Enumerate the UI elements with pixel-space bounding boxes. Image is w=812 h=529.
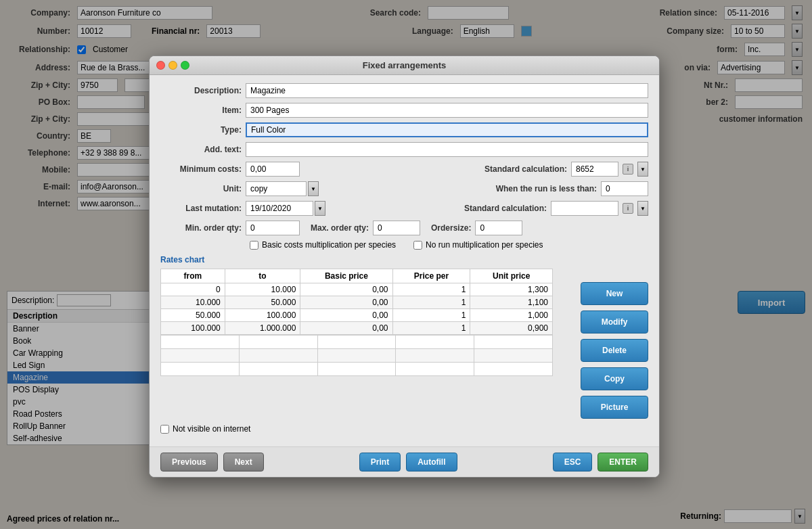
cell-unit-price: 1,000	[470, 309, 553, 322]
cell-from: 10.000	[161, 296, 225, 309]
standard-calc2-input[interactable]	[551, 201, 618, 216]
max-order-input[interactable]	[373, 221, 420, 235]
cell-price-per: 1	[392, 322, 470, 335]
rates-empty-table	[160, 335, 553, 376]
fixed-arrangements-modal: Fixed arrangements Description: Item: Ty…	[149, 55, 660, 478]
col-basic-price: Basic price	[300, 269, 392, 283]
last-mutation-wrapper: ▼	[246, 201, 325, 216]
rates-table-wrapper: from to Basic price Price per Unit price…	[160, 269, 574, 419]
description-field-input[interactable]	[246, 83, 648, 98]
cell-from: 50.000	[161, 309, 225, 322]
item-field-label: Item:	[160, 106, 242, 115]
print-button[interactable]: Print	[359, 453, 401, 472]
esc-button[interactable]: ESC	[553, 453, 593, 472]
last-mutation-input[interactable]	[246, 201, 313, 216]
last-mutation-dropdown[interactable]: ▼	[315, 201, 325, 216]
standard-calc2-info-btn[interactable]: i	[623, 203, 633, 214]
not-visible-checkbox[interactable]	[160, 425, 169, 434]
close-traffic-light[interactable]	[156, 61, 165, 70]
last-mutation-label: Last mutation:	[160, 204, 242, 213]
traffic-lights	[156, 61, 189, 70]
delete-button[interactable]: Delete	[581, 339, 648, 362]
type-field-label: Type:	[160, 125, 242, 135]
add-text-label: Add. text:	[160, 145, 242, 154]
cell-price-per: 1	[392, 283, 470, 296]
cell-basic-price: 0,00	[300, 296, 392, 309]
max-order-label: Max. order qty:	[311, 223, 369, 233]
add-text-input[interactable]	[246, 142, 648, 157]
picture-button[interactable]: Picture	[581, 396, 648, 419]
cell-to: 50.000	[225, 296, 300, 309]
standard-calc-dropdown[interactable]: ▼	[637, 162, 648, 177]
standard-calc2-label: Standard calculation:	[464, 204, 547, 213]
enter-button[interactable]: ENTER	[597, 453, 648, 472]
modal-body: Description: Item: Type: Add. text: Mini…	[150, 75, 659, 446]
min-costs-input[interactable]	[246, 162, 300, 177]
cell-basic-price: 0,00	[300, 322, 392, 335]
rates-row-1[interactable]: 10.000 50.000 0,00 1 1,100	[161, 296, 553, 309]
checkboxes-row: Basic costs multiplication per species N…	[160, 240, 648, 250]
cell-basic-price: 0,00	[300, 283, 392, 296]
ordersize-label: Ordersize:	[431, 223, 471, 233]
item-row: Item:	[160, 103, 648, 118]
cell-to: 1.000.000	[225, 322, 300, 335]
cell-from: 100.000	[161, 322, 225, 335]
modal-title: Fixed arrangements	[363, 60, 447, 70]
minimize-traffic-light[interactable]	[168, 61, 177, 70]
order-qty-row: Min. order qty: Max. order qty: Ordersiz…	[160, 221, 648, 235]
when-run-input[interactable]	[601, 181, 648, 196]
unit-select-wrapper: ▼	[246, 181, 319, 196]
rates-row-3[interactable]: 100.000 1.000.000 0,00 1 0,900	[161, 322, 553, 335]
type-field-input[interactable]	[246, 122, 648, 137]
ordersize-input[interactable]	[475, 221, 522, 235]
modal-titlebar: Fixed arrangements	[150, 56, 659, 75]
modify-button[interactable]: Modify	[581, 310, 648, 334]
rates-row-0[interactable]: 0 10.000 0,00 1 1,300	[161, 283, 553, 296]
standard-calc-info-btn[interactable]: i	[623, 164, 633, 175]
col-price-per: Price per	[392, 269, 470, 283]
cell-unit-price: 0,900	[470, 322, 553, 335]
no-run-checkbox[interactable]	[413, 241, 422, 250]
copy-button[interactable]: Copy	[581, 367, 648, 390]
cell-price-per: 1	[392, 309, 470, 322]
cell-from: 0	[161, 283, 225, 296]
unit-dropdown[interactable]: ▼	[308, 181, 319, 196]
cell-to: 10.000	[225, 283, 300, 296]
standard-calc-input[interactable]	[571, 162, 618, 177]
min-order-input[interactable]	[246, 221, 300, 235]
min-order-label: Min. order qty:	[160, 223, 242, 233]
basic-costs-label: Basic costs multiplication per species	[262, 240, 396, 250]
unit-label: Unit:	[160, 184, 242, 193]
not-visible-checkbox-group: Not visible on internet	[160, 424, 250, 434]
rates-layout: from to Basic price Price per Unit price…	[160, 269, 648, 419]
maximize-traffic-light[interactable]	[181, 61, 189, 70]
col-unit-price: Unit price	[470, 269, 553, 283]
when-run-label: When the run is less than:	[496, 184, 597, 193]
description-row: Description:	[160, 83, 648, 98]
not-visible-label: Not visible on internet	[173, 424, 250, 434]
basic-costs-checkbox[interactable]	[250, 241, 258, 250]
unit-input[interactable]	[246, 181, 307, 196]
basic-costs-checkbox-group: Basic costs multiplication per species	[250, 240, 396, 250]
standard-calc-label: Standard calculation:	[484, 164, 567, 174]
description-field-label: Description:	[160, 86, 242, 95]
rates-table: from to Basic price Price per Unit price…	[160, 269, 553, 335]
new-button[interactable]: New	[581, 282, 648, 305]
add-text-row: Add. text:	[160, 142, 648, 157]
rates-row-2[interactable]: 50.000 100.000 0,00 1 1,000	[161, 309, 553, 322]
no-run-label: No run multiplication per species	[426, 240, 543, 250]
previous-button[interactable]: Previous	[160, 453, 218, 472]
autofill-button[interactable]: Autofill	[406, 453, 457, 472]
col-to: to	[225, 269, 300, 283]
unit-row: Unit: ▼ When the run is less than:	[160, 181, 648, 196]
not-visible-row: Not visible on internet	[160, 424, 648, 434]
item-field-input[interactable]	[246, 103, 648, 118]
modal-footer: Previous Next Print Autofill ESC ENTER	[150, 446, 659, 477]
next-button[interactable]: Next	[223, 453, 264, 472]
min-costs-label: Minimum costs:	[160, 164, 242, 174]
rates-section: Rates chart from to Basic price Price pe…	[160, 255, 648, 419]
cell-unit-price: 1,100	[470, 296, 553, 309]
standard-calc2-dropdown[interactable]: ▼	[637, 201, 648, 216]
type-row: Type:	[160, 122, 648, 137]
col-from: from	[161, 269, 225, 283]
